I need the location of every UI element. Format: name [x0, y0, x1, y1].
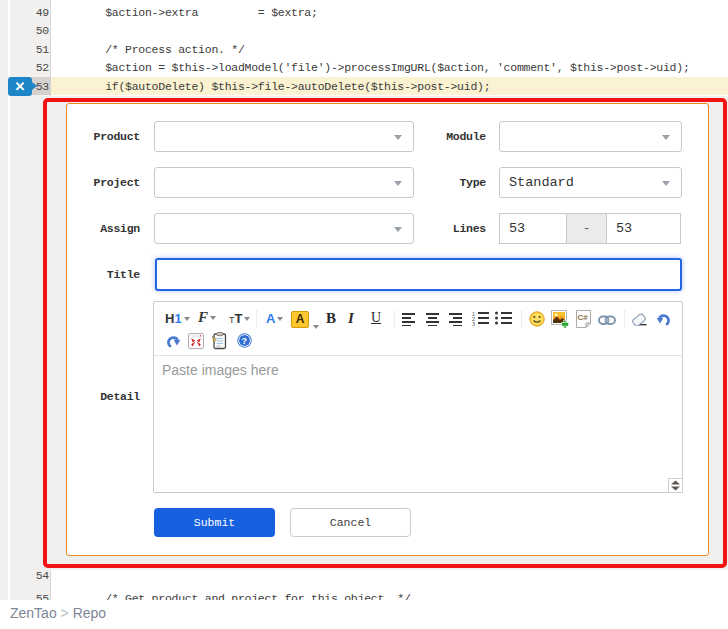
svg-text:C#: C#: [578, 313, 589, 322]
svg-text:?: ?: [242, 336, 248, 346]
svg-text:3: 3: [472, 321, 475, 326]
